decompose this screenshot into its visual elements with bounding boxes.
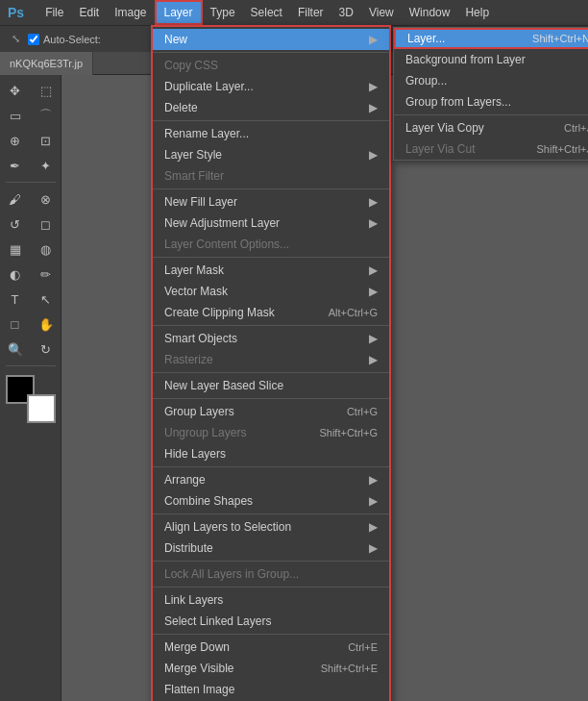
layer-menu-select-linked[interactable]: Select Linked Layers	[153, 611, 389, 632]
menu-view[interactable]: View	[361, 0, 402, 25]
layer-menu-new[interactable]: New ▶	[153, 29, 389, 50]
layer-menu-content-options[interactable]: Layer Content Options...	[153, 234, 389, 255]
new-submenu-background[interactable]: Background from Layer	[394, 49, 588, 70]
layer-menu-ungroup-layers[interactable]: Ungroup Layers Shift+Ctrl+G	[153, 422, 389, 443]
history-brush-tool[interactable]: ↺	[1, 213, 30, 236]
new-submenu-divider	[394, 114, 588, 115]
quick-select-tool[interactable]: ⊕	[1, 129, 30, 152]
layer-menu-vector-mask[interactable]: Vector Mask ▶	[153, 281, 389, 302]
gradient-tool[interactable]: ▦	[1, 238, 30, 261]
menu-filter[interactable]: Filter	[290, 0, 331, 25]
menu-layer[interactable]: Layer	[155, 0, 203, 25]
layer-menu-merge-visible[interactable]: Merge Visible Shift+Ctrl+E	[153, 658, 389, 679]
marquee-tool[interactable]: ▭	[1, 104, 30, 127]
layer-menu-smart-filter-label: Smart Filter	[164, 169, 378, 183]
color-swatches[interactable]	[6, 375, 56, 423]
layer-menu-section-6: Smart Objects ▶ Rasterize ▶	[153, 326, 389, 373]
layer-menu-copy-css[interactable]: Copy CSS	[153, 55, 389, 76]
auto-select-input[interactable]	[28, 34, 39, 45]
layer-menu-arrange-label: Arrange	[164, 473, 369, 487]
layer-menu-rasterize-label: Rasterize	[164, 353, 369, 366]
healing-brush-tool[interactable]: ✦	[32, 154, 61, 177]
new-submenu[interactable]: Layer... Shift+Ctrl+N Background from La…	[393, 27, 588, 161]
layer-menu-new-adjustment[interactable]: New Adjustment Layer ▶	[153, 213, 389, 234]
new-submenu-layer-via-copy[interactable]: Layer Via Copy Ctrl+J	[394, 117, 588, 138]
layer-menu-layer-mask[interactable]: Layer Mask ▶	[153, 260, 389, 281]
layer-menu-group-layers-label: Group Layers	[164, 405, 328, 418]
menu-type[interactable]: Type	[203, 0, 243, 25]
menu-select[interactable]: Select	[243, 0, 290, 25]
new-submenu-group-from-layers[interactable]: Group from Layers...	[394, 91, 588, 113]
tool-separator-2	[6, 365, 56, 366]
brush-tool[interactable]: 🖌	[1, 188, 30, 211]
auto-select-checkbox[interactable]: Auto-Select:	[28, 34, 101, 45]
layer-menu-layer-style[interactable]: Layer Style ▶	[153, 144, 389, 165]
move-tool[interactable]: ✥	[1, 79, 30, 102]
artboard-tool[interactable]: ⬚	[32, 79, 61, 102]
layer-menu[interactable]: New ▶ Copy CSS Duplicate Layer... ▶ Dele…	[151, 25, 391, 701]
clone-stamp-tool[interactable]: ⊗	[32, 188, 61, 211]
path-selection-tool[interactable]: ↖	[32, 288, 61, 311]
layer-menu-section-13: Merge Down Ctrl+E Merge Visible Shift+Ct…	[153, 635, 389, 701]
layer-menu-hide-layers[interactable]: Hide Layers	[153, 443, 389, 464]
layer-menu-align-arrow: ▶	[369, 520, 378, 534]
layer-menu-section-12: Link Layers Select Linked Layers	[153, 588, 389, 635]
hand-tool[interactable]: ✋	[32, 313, 61, 336]
layer-menu-flatten[interactable]: Flatten Image	[153, 679, 389, 700]
layer-menu-merge-down-label: Merge Down	[164, 640, 329, 654]
menu-help[interactable]: Help	[457, 0, 497, 25]
layer-menu-new-slice[interactable]: New Layer Based Slice	[153, 375, 389, 396]
layer-menu-new-adjustment-label: New Adjustment Layer	[164, 216, 369, 230]
background-color[interactable]	[27, 394, 56, 423]
zoom-tool[interactable]: 🔍	[1, 338, 30, 361]
layer-menu-smart-objects-label: Smart Objects	[164, 332, 369, 345]
layer-menu-smart-objects[interactable]: Smart Objects ▶	[153, 328, 389, 349]
crop-tool[interactable]: ⊡	[32, 129, 61, 152]
new-submenu-layer-via-cut[interactable]: Layer Via Cut Shift+Ctrl+J	[394, 138, 588, 160]
tool-separator-1	[6, 182, 56, 183]
dodge-tool[interactable]: ◐	[1, 263, 30, 286]
layer-menu-new-fill[interactable]: New Fill Layer ▶	[153, 191, 389, 213]
layer-menu-select-linked-label: Select Linked Layers	[164, 614, 378, 628]
layer-menu-hide-layers-label: Hide Layers	[164, 447, 378, 461]
layer-menu-smart-filter[interactable]: Smart Filter	[153, 165, 389, 187]
layer-menu-align[interactable]: Align Layers to Selection ▶	[153, 516, 389, 538]
layer-menu-combine-shapes[interactable]: Combine Shapes ▶	[153, 490, 389, 512]
layer-menu-section-7: New Layer Based Slice	[153, 373, 389, 399]
layer-menu-merge-down[interactable]: Merge Down Ctrl+E	[153, 637, 389, 658]
document-tab[interactable]: nKQKq6E3Tr.jp	[0, 52, 93, 75]
layer-menu-delete[interactable]: Delete ▶	[153, 97, 389, 118]
layer-menu-link-layers[interactable]: Link Layers	[153, 589, 389, 611]
layer-menu-distribute[interactable]: Distribute ▶	[153, 538, 389, 559]
layer-menu-section-2: Copy CSS Duplicate Layer... ▶ Delete ▶	[153, 53, 389, 121]
layer-menu-combine-shapes-arrow: ▶	[369, 494, 378, 508]
menu-window[interactable]: Window	[402, 0, 458, 25]
lasso-tool[interactable]: ⌒	[32, 104, 61, 127]
layer-menu-new-fill-arrow: ▶	[369, 195, 378, 209]
eraser-tool[interactable]: ◻	[32, 213, 61, 236]
type-tool[interactable]: T	[1, 288, 30, 311]
new-submenu-layer[interactable]: Layer... Shift+Ctrl+N	[394, 28, 588, 49]
menu-file[interactable]: File	[37, 0, 71, 25]
layer-menu-delete-label: Delete	[164, 101, 369, 114]
new-submenu-group[interactable]: Group...	[394, 70, 588, 91]
layer-menu-section-5: Layer Mask ▶ Vector Mask ▶ Create Clippi…	[153, 258, 389, 326]
layer-menu-arrange[interactable]: Arrange ▶	[153, 469, 389, 490]
shape-tool[interactable]: □	[1, 313, 30, 336]
new-submenu-layer-via-cut-label: Layer Via Cut	[405, 142, 476, 156]
rotate-tool[interactable]: ↻	[32, 338, 61, 361]
layer-menu-duplicate[interactable]: Duplicate Layer... ▶	[153, 76, 389, 97]
blur-tool[interactable]: ◍	[32, 238, 61, 261]
menu-image[interactable]: Image	[107, 0, 154, 25]
pen-tool[interactable]: ✏	[32, 263, 61, 286]
layer-menu-clipping-mask[interactable]: Create Clipping Mask Alt+Ctrl+G	[153, 302, 389, 323]
layer-menu-rasterize-arrow: ▶	[369, 353, 378, 366]
new-submenu-layer-via-cut-shortcut: Shift+Ctrl+J	[537, 143, 588, 155]
layer-menu-lock-all[interactable]: Lock All Layers in Group...	[153, 563, 389, 585]
layer-menu-rasterize[interactable]: Rasterize ▶	[153, 349, 389, 370]
menu-edit[interactable]: Edit	[71, 0, 107, 25]
layer-menu-rename[interactable]: Rename Layer...	[153, 123, 389, 144]
eyedropper-tool[interactable]: ✒	[1, 154, 30, 177]
menu-3d[interactable]: 3D	[331, 0, 361, 25]
layer-menu-group-layers[interactable]: Group Layers Ctrl+G	[153, 401, 389, 422]
